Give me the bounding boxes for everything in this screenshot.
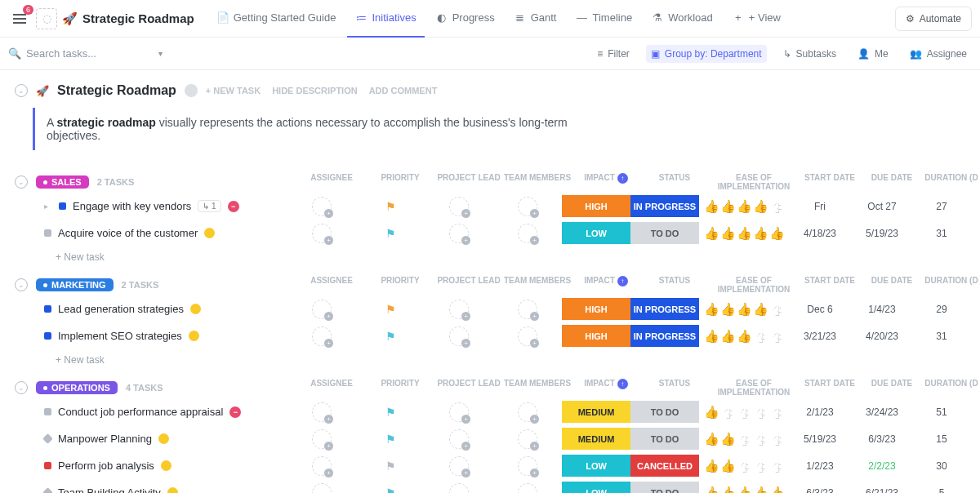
col-project-lead[interactable]: PROJECT LEAD [434, 276, 503, 294]
info-icon[interactable] [185, 84, 198, 97]
status-cell[interactable]: TO DO [630, 425, 699, 452]
col-priority[interactable]: PRIORITY [366, 276, 434, 294]
col-ease[interactable]: EASE OF IMPLEMENTATION [709, 276, 799, 294]
task-title-area[interactable]: Team Building Activity [15, 486, 287, 493]
new-task-button[interactable]: + New task [15, 349, 980, 367]
col-status[interactable]: STATUS [640, 173, 709, 191]
start-date-cell[interactable]: 6/3/23 [789, 479, 851, 493]
subtasks-button[interactable]: ↳Subtasks [778, 45, 841, 63]
team-members-cell[interactable] [493, 398, 562, 425]
start-date-cell[interactable]: 3/21/23 [789, 322, 851, 349]
status-cell[interactable]: IN PROGRESS [630, 193, 699, 220]
col-due-date[interactable]: DUE DATE [861, 173, 923, 191]
ease-rating[interactable]: 👍👍👍👍👍 [704, 199, 785, 214]
project-lead-cell[interactable] [425, 322, 493, 349]
status-cell[interactable]: IN PROGRESS [630, 322, 699, 349]
project-lead-cell[interactable] [425, 193, 493, 220]
due-date-cell[interactable]: 6/3/23 [851, 425, 913, 452]
impact-cell[interactable]: MEDIUM [562, 425, 630, 452]
start-date-cell[interactable]: 1/2/23 [789, 452, 851, 479]
priority-cell[interactable]: ⚑ [356, 220, 425, 246]
subtask-count[interactable]: ↳ 1 [198, 200, 220, 212]
team-members-cell[interactable] [493, 295, 562, 322]
assignee-cell[interactable] [287, 295, 356, 322]
new-task-button[interactable]: + New task [15, 246, 980, 264]
team-members-cell[interactable] [493, 425, 562, 452]
team-members-cell[interactable] [493, 479, 562, 493]
ease-cell[interactable]: 👍👍👍👍👍 [699, 452, 789, 479]
col-assignee[interactable]: ASSIGNEE [297, 379, 366, 397]
group-chip[interactable]: SALES [36, 175, 89, 189]
due-date-cell[interactable]: 5/19/23 [851, 220, 913, 246]
ease-rating[interactable]: 👍👍👍👍👍 [704, 405, 785, 420]
due-date-cell[interactable]: 2/2/23 [851, 452, 913, 479]
duration-cell[interactable]: 27 [913, 193, 970, 220]
col-assignee[interactable]: ASSIGNEE [297, 276, 366, 294]
tab-progress[interactable]: ◐Progress [428, 0, 503, 38]
status-cell[interactable]: CANCELLED [630, 452, 699, 479]
assignee-button[interactable]: 👥Assignee [905, 45, 972, 63]
col-team-members[interactable]: TEAM MEMBERS [503, 379, 572, 397]
col-project-lead[interactable]: PROJECT LEAD [434, 379, 503, 397]
col-impact[interactable]: IMPACT↑ [572, 379, 640, 397]
start-date-cell[interactable]: Dec 6 [789, 295, 851, 322]
status-square-icon[interactable] [44, 229, 51, 237]
ease-cell[interactable]: 👍👍👍👍👍 [699, 479, 789, 493]
status-square-icon[interactable] [44, 408, 51, 415]
ease-cell[interactable]: 👍👍👍👍👍 [699, 322, 789, 349]
description[interactable]: A strategic roadmap visually represents … [33, 108, 604, 150]
task-row[interactable]: ▸ Engage with key vendors ↳ 1 − ⚑ HIGH I… [15, 193, 980, 220]
task-row[interactable]: Conduct job performance appraisal − ⚑ ME… [15, 398, 980, 425]
col-status[interactable]: STATUS [640, 379, 709, 397]
col-ease[interactable]: EASE OF IMPLEMENTATION [709, 173, 799, 191]
tab-gantt[interactable]: ≣Gantt [506, 0, 565, 38]
task-title-area[interactable]: Acquire voice of the customer [15, 227, 287, 239]
collapse-group-icon[interactable]: ⌄ [15, 381, 28, 394]
duration-cell[interactable]: 29 [913, 295, 970, 322]
task-row[interactable]: Implement SEO strategies ⚑ HIGH IN PROGR… [15, 322, 980, 349]
tag-icon[interactable] [167, 487, 178, 493]
assignee-cell[interactable] [287, 398, 356, 425]
impact-cell[interactable]: HIGH [562, 322, 630, 349]
impact-cell[interactable]: MEDIUM [562, 398, 630, 425]
status-cell[interactable]: TO DO [630, 398, 699, 425]
project-lead-cell[interactable] [425, 479, 493, 493]
ease-rating[interactable]: 👍👍👍👍👍 [704, 432, 785, 446]
search-input[interactable]: 🔍 Search tasks... [8, 47, 147, 60]
status-square-icon[interactable] [44, 305, 51, 313]
due-date-cell[interactable]: 6/21/23 [851, 479, 913, 493]
add-comment-button[interactable]: ADD COMMENT [369, 86, 438, 95]
start-date-cell[interactable]: 5/19/23 [789, 425, 851, 452]
duration-cell[interactable]: 15 [913, 425, 970, 452]
task-row[interactable]: Perform job analysis ⚑ LOW CANCELLED 👍👍👍… [15, 452, 980, 479]
col-team-members[interactable]: TEAM MEMBERS [503, 276, 572, 294]
assignee-cell[interactable] [287, 220, 356, 246]
status-square-icon[interactable] [42, 433, 53, 444]
hide-description-button[interactable]: HIDE DESCRIPTION [272, 86, 358, 95]
team-members-cell[interactable] [493, 452, 562, 479]
search-caret-icon[interactable]: ▾ [158, 49, 163, 58]
task-title-area[interactable]: Manpower Planning [15, 433, 287, 445]
col-start-date[interactable]: START DATE [799, 379, 861, 397]
col-start-date[interactable]: START DATE [799, 173, 861, 191]
project-lead-cell[interactable] [425, 295, 493, 322]
group-chip[interactable]: OPERATIONS [36, 381, 118, 394]
ease-rating[interactable]: 👍👍👍👍👍 [704, 486, 785, 494]
start-date-cell[interactable]: Fri [789, 193, 851, 220]
tag-icon[interactable] [189, 331, 199, 341]
assignee-cell[interactable] [287, 452, 356, 479]
tag-icon[interactable] [190, 304, 201, 314]
col-impact[interactable]: IMPACT↑ [572, 276, 640, 294]
col-impact[interactable]: IMPACT↑ [572, 173, 640, 191]
assignee-cell[interactable] [287, 425, 356, 452]
due-date-cell[interactable]: 1/4/23 [851, 295, 913, 322]
col-due-date[interactable]: DUE DATE [861, 379, 923, 397]
col-assignee[interactable]: ASSIGNEE [297, 173, 366, 191]
group-by-button[interactable]: ▣Group by: Department [646, 45, 767, 63]
start-date-cell[interactable]: 2/1/23 [789, 398, 851, 425]
due-date-cell[interactable]: 4/20/23 [851, 322, 913, 349]
blocked-icon[interactable]: − [229, 406, 241, 418]
ease-cell[interactable]: 👍👍👍👍👍 [699, 220, 789, 246]
team-members-cell[interactable] [493, 322, 562, 349]
ease-rating[interactable]: 👍👍👍👍👍 [704, 302, 785, 317]
